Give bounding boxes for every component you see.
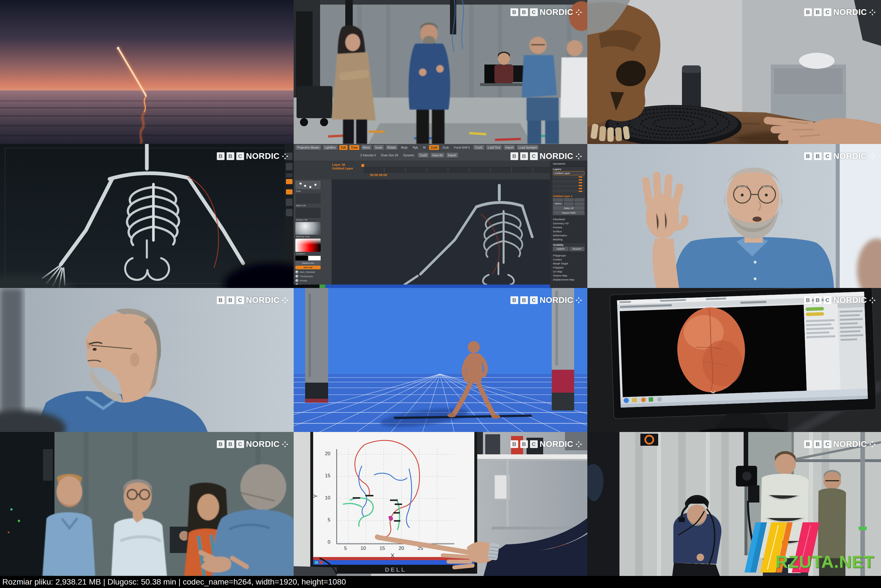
- timeline-layer-label: Layer 18: [332, 163, 345, 166]
- layers-title: Layers: [553, 168, 584, 171]
- list-item: Texture Map: [552, 274, 586, 278]
- video-contact-sheet: B B C NORDIC: [0, 0, 881, 588]
- list-item: TrimDynamic: [295, 274, 331, 279]
- bbc-letter-box: B: [814, 152, 822, 160]
- bbc-letter-box: C: [530, 8, 538, 16]
- brain-monitor-art: [587, 288, 881, 432]
- color-picker-thumb: [295, 238, 321, 252]
- bbc-network-name: NORDIC: [833, 152, 867, 161]
- zbrush-timeline: Layer 18 Untitled Layer 00:00 00:00: [294, 160, 587, 180]
- bbc-nordic-watermark: B B C NORDIC: [804, 296, 876, 305]
- studio-art: [294, 0, 587, 144]
- layer-mini-button: [553, 198, 563, 202]
- list-item: Export: [446, 153, 458, 158]
- bbc-letter-box: C: [530, 440, 538, 448]
- shelf-label: MatCap Gray: [296, 235, 331, 238]
- nordic-star-icon: [282, 153, 289, 160]
- ocean-missile-art: [0, 0, 294, 144]
- list-item: Draw: [349, 145, 360, 150]
- list-item: Morph Target: [552, 262, 586, 266]
- thumb-seated-group: B B C NORDIC: [0, 432, 294, 576]
- thumb-brain-monitor: B B C NORDIC: [587, 288, 881, 432]
- zbrush-viewport: [331, 180, 550, 285]
- file-info-text: Rozmiar pliku: 2,938.21 MB | Dlugosc: 50…: [2, 578, 346, 586]
- list-item: Rgb: [411, 145, 420, 150]
- man-profile-art: [0, 288, 294, 432]
- bbc-letter-box: B: [520, 440, 528, 448]
- bbc-network-name: NORDIC: [540, 440, 573, 449]
- list-item: Load Tool: [486, 145, 502, 150]
- bbc-letter-box: B: [804, 8, 812, 16]
- thumb-studio-group: B B C NORDIC: [294, 0, 587, 144]
- windows-taskbar-strip: [294, 285, 550, 288]
- bbc-letter-box: C: [530, 152, 538, 160]
- list-item: Dam_Standard: [295, 270, 331, 274]
- list-item: Rotate: [386, 145, 397, 150]
- thumb-skull-plot: 20151050 51015202530 X Y DELL B: [294, 432, 587, 576]
- nordic-star-icon: [575, 153, 582, 160]
- zbrush-tool-panel: NanoMesh Layers Untitled Layer Untitled …: [550, 160, 587, 288]
- bbc-letter-box: B: [520, 8, 528, 16]
- bbc-network-name: NORDIC: [246, 152, 280, 161]
- bbc-network-name: NORDIC: [540, 8, 573, 17]
- list-item: Scale: [373, 145, 384, 150]
- bbc-letter-box: C: [824, 152, 832, 160]
- bake-all-button: Bake All: [553, 206, 584, 210]
- layer-mini-button: [563, 198, 574, 202]
- man-waving-art: [587, 144, 881, 288]
- layer-buttons: Name: [553, 198, 584, 206]
- list-item: hPolish: [295, 279, 331, 283]
- list-item: Contact: [552, 258, 586, 262]
- bbc-letter-box: B: [511, 296, 518, 304]
- visibility-title: Visibility: [553, 243, 584, 246]
- panel-menu-bottom: PolygroupsContactMorph TargetPolypaintUV…: [552, 254, 586, 282]
- list-item: Draw Size 28: [379, 153, 400, 158]
- alternate-button: Alternate: [295, 266, 321, 269]
- main-color-swatch: [295, 256, 308, 261]
- list-item: M: [421, 145, 427, 150]
- list-item: Import: [503, 145, 515, 150]
- rzuta-site-name: RZUTA.NET: [775, 552, 874, 572]
- alpha-thumb: [295, 194, 321, 204]
- list-item: Mrgb: [399, 145, 409, 150]
- bbc-nordic-watermark: B B C NORDIC: [804, 440, 876, 449]
- list-item: Deformation: [552, 234, 586, 237]
- timeline-marker: [361, 164, 364, 167]
- viewport-skeleton: [331, 180, 550, 285]
- layer-mini-button: [574, 198, 584, 202]
- showpt-button: ShowPt: [569, 247, 585, 251]
- pointing-arm: [375, 518, 587, 576]
- shelf-label: Gradient: [296, 252, 331, 255]
- skull-art: [587, 0, 881, 144]
- name-button: Name: [553, 202, 563, 206]
- layer-mini-button: [574, 202, 584, 206]
- bbc-network-name: NORDIC: [246, 440, 280, 449]
- bbc-letter-box: C: [236, 152, 244, 160]
- bbc-letter-box: B: [217, 440, 225, 448]
- list-item: Displacement Map: [552, 278, 586, 282]
- thumb-ocean-missile: [0, 0, 294, 144]
- list-item: Projection Master: [295, 145, 321, 150]
- list-item: Preview: [552, 225, 586, 230]
- layer-rows: [553, 176, 584, 194]
- bbc-nordic-watermark: B B C NORDIC: [511, 8, 582, 17]
- bbc-nordic-watermark: B B C NORDIC: [217, 440, 289, 449]
- list-item: Geometry HD: [552, 221, 586, 225]
- monitor: [610, 288, 877, 419]
- tool-panel: [803, 303, 840, 391]
- bbc-letter-box: C: [236, 296, 244, 304]
- bbc-letter-box: B: [511, 8, 518, 16]
- bbc-nordic-watermark: B B C NORDIC: [804, 8, 876, 17]
- zbrush-toolbar-row2: Z Intensity 6Draw Size 28DynamicCust2Sav…: [358, 153, 458, 158]
- bbc-network-name: NORDIC: [833, 296, 867, 305]
- bbc-network-name: NORDIC: [833, 440, 867, 449]
- bbc-letter-box: C: [824, 296, 832, 304]
- list-item: Cust2: [418, 153, 429, 158]
- list-item: Edit: [339, 145, 348, 150]
- zbrush-left-shelf: Dots Alpha Off Texture Off MatCap Gray G…: [294, 180, 331, 285]
- visibility-box: Visibility HidePt ShowPt: [552, 242, 586, 253]
- bbc-letter-box: B: [217, 296, 225, 304]
- thumb-man-profile: B B C NORDIC: [0, 288, 294, 432]
- nordic-star-icon: [282, 441, 289, 448]
- rzuta-watermark: RZUTA.NET: [733, 518, 881, 575]
